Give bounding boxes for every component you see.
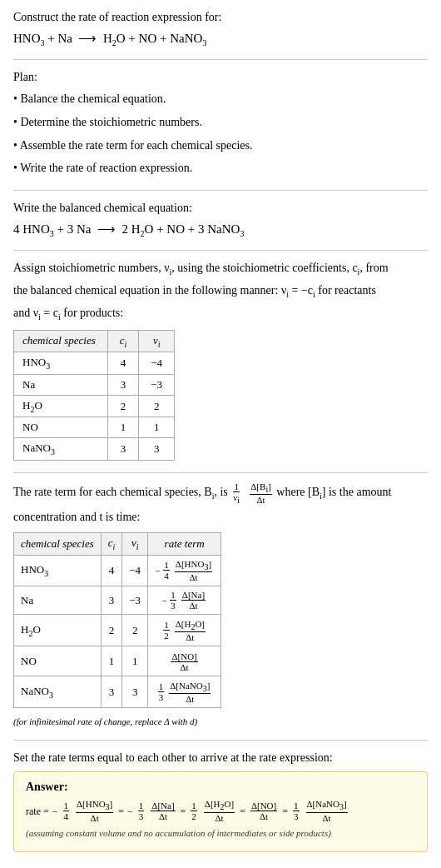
- species-h2o: H2O: [14, 395, 108, 417]
- eq2: =: [181, 801, 186, 821]
- answer-section: Set the rate terms equal to each other t…: [13, 749, 428, 852]
- rate-col-vi: νi: [122, 533, 148, 556]
- rt-vi-hno3: −4: [122, 555, 148, 586]
- coeff-nano3: 13: [293, 801, 300, 821]
- stoich-col-ci: ci: [107, 330, 139, 352]
- rate-col-ci: ci: [101, 533, 122, 556]
- rate-frac-delta: Δ[Bi] Δt: [250, 481, 272, 505]
- rt-ci-hno3: 4: [101, 555, 122, 586]
- balanced-label: Write the balanced chemical equation:: [13, 199, 428, 217]
- coeff-hno3: 14: [63, 801, 70, 821]
- species-no: NO: [14, 417, 108, 438]
- rt-vi-nano3: 3: [122, 676, 148, 708]
- plan-label: Plan:: [13, 68, 428, 86]
- vi-nano3: 3: [139, 438, 175, 461]
- rate-note: (assuming constant volume and no accumul…: [26, 826, 415, 841]
- stoich-col-vi: νi: [139, 330, 175, 352]
- frac-no: Δ[NO]Δt: [250, 801, 277, 821]
- answer-label: Answer:: [26, 781, 415, 794]
- rt-species-h2o: H2O: [14, 615, 102, 646]
- plan-step-3: • Assemble the rate term for each chemic…: [13, 136, 428, 156]
- rt-term-na: −13 Δ[Na]Δt: [148, 586, 221, 615]
- rt-ci-nano3: 3: [101, 676, 122, 708]
- divider-4: [13, 472, 428, 473]
- divider-5: [13, 740, 428, 741]
- balanced-section: Write the balanced chemical equation: 4 …: [13, 199, 428, 238]
- stoich-col-species: chemical species: [14, 330, 108, 352]
- vi-hno3: −4: [139, 352, 175, 375]
- rt-species-na: Na: [14, 586, 102, 615]
- ci-nano3: 3: [107, 438, 139, 461]
- rt-term-h2o: 12 Δ[H2O]Δt: [148, 615, 221, 646]
- table-row: NO 1 1 Δ[NO]Δt: [14, 646, 221, 676]
- coeff-h2o: 12: [191, 801, 197, 821]
- ci-no: 1: [107, 417, 139, 438]
- rate-coeff-1-ni: 1 νi: [230, 481, 242, 505]
- ci-hno3: 4: [107, 352, 139, 375]
- vi-h2o: 2: [139, 395, 175, 417]
- rate-where: where [Bi] is the amount: [276, 486, 391, 498]
- rt-vi-no: 1: [122, 646, 148, 676]
- table-row: HNO3 4 −4: [14, 352, 175, 375]
- rate-term-intro: The rate term for each chemical species,…: [13, 481, 428, 505]
- vi-na: −3: [139, 374, 175, 395]
- answer-box: Answer: rate = − 14 Δ[HNO3]Δt = − 13 Δ[N…: [13, 771, 428, 852]
- table-row: H2O 2 2: [14, 395, 175, 417]
- table-row: Na 3 −3: [14, 374, 175, 395]
- table-row: NaNO3 3 3: [14, 438, 175, 461]
- stoich-intro-1: Assign stoichiometric numbers, νi, using…: [13, 259, 428, 278]
- rt-species-hno3: HNO3: [14, 555, 102, 586]
- rate-word: rate =: [26, 801, 49, 821]
- coeff-na: 13: [138, 801, 145, 821]
- rate-dot: [244, 485, 246, 501]
- table-row: HNO3 4 −4 −14 Δ[HNO3]Δt: [14, 555, 221, 586]
- table-row: NO 1 1: [14, 417, 175, 438]
- stoich-intro-3: and νi = ci for products:: [13, 304, 428, 323]
- frac-hno3: Δ[HNO3]Δt: [76, 799, 113, 822]
- rate-frac-1: 1 νi: [232, 481, 240, 505]
- table-row: H2O 2 2 12 Δ[H2O]Δt: [14, 615, 221, 646]
- rt-ci-no: 1: [101, 646, 122, 676]
- rt-vi-h2o: 2: [122, 615, 148, 646]
- rt-vi-na: −3: [122, 586, 148, 615]
- rt-species-no: NO: [14, 646, 102, 676]
- vi-no: 1: [139, 417, 175, 438]
- table-row: NaNO3 3 3 13 Δ[NaNO3]Δt: [14, 676, 221, 708]
- species-na: Na: [14, 374, 108, 395]
- divider-1: [13, 59, 428, 60]
- plan-step-4: • Write the rate of reaction expression.: [13, 158, 428, 178]
- frac-h2o: Δ[H2O]Δt: [204, 799, 235, 822]
- plan-section: Plan: • Balance the chemical equation. •…: [13, 68, 428, 178]
- stoich-intro-2: the balanced chemical equation in the fo…: [13, 282, 428, 301]
- set-equal-label: Set the rate terms equal to each other t…: [13, 749, 428, 766]
- divider-2: [13, 190, 428, 191]
- rt-term-hno3: −14 Δ[HNO3]Δt: [148, 555, 221, 586]
- rate-expression: rate = − 14 Δ[HNO3]Δt = − 13 Δ[Na]Δt = 1…: [26, 799, 415, 822]
- rt-ci-h2o: 2: [101, 615, 122, 646]
- species-hno3: HNO3: [14, 352, 108, 375]
- eq4: =: [282, 801, 288, 821]
- rate-col-species: chemical species: [14, 533, 102, 556]
- eq1: =: [118, 801, 124, 821]
- ci-h2o: 2: [107, 395, 139, 417]
- rate-conc-time: concentration and t is time:: [13, 508, 428, 526]
- plan-step-2: • Determine the stoichiometric numbers.: [13, 112, 428, 132]
- rt-term-no: Δ[NO]Δt: [148, 646, 221, 676]
- rt-ci-na: 3: [101, 586, 122, 615]
- table-row: Na 3 −3 −13 Δ[Na]Δt: [14, 586, 221, 615]
- eq3: =: [240, 801, 245, 821]
- rt-species-nano3: NaNO3: [14, 676, 102, 708]
- species-nano3: NaNO3: [14, 438, 108, 461]
- rate-table: chemical species ci νi rate term HNO3 4 …: [13, 532, 221, 708]
- unbalanced-reaction: HNO3 + Na ⟶ H2O + NO + NaNO3: [13, 31, 428, 47]
- rate-col-term: rate term: [148, 533, 221, 556]
- construct-label: Construct the rate of reaction expressio…: [13, 8, 428, 26]
- frac-nano3: Δ[NaNO3]Δt: [306, 799, 348, 822]
- rt-term-nano3: 13 Δ[NaNO3]Δt: [148, 676, 221, 708]
- header-section: Construct the rate of reaction expressio…: [13, 8, 428, 47]
- stoich-section: Assign stoichiometric numbers, νi, using…: [13, 259, 428, 461]
- stoich-table: chemical species ci νi HNO3 4 −4 Na 3 −3…: [13, 330, 175, 461]
- rate-term-section: The rate term for each chemical species,…: [13, 481, 428, 729]
- frac-na: Δ[Na]Δt: [151, 801, 175, 821]
- divider-3: [13, 250, 428, 251]
